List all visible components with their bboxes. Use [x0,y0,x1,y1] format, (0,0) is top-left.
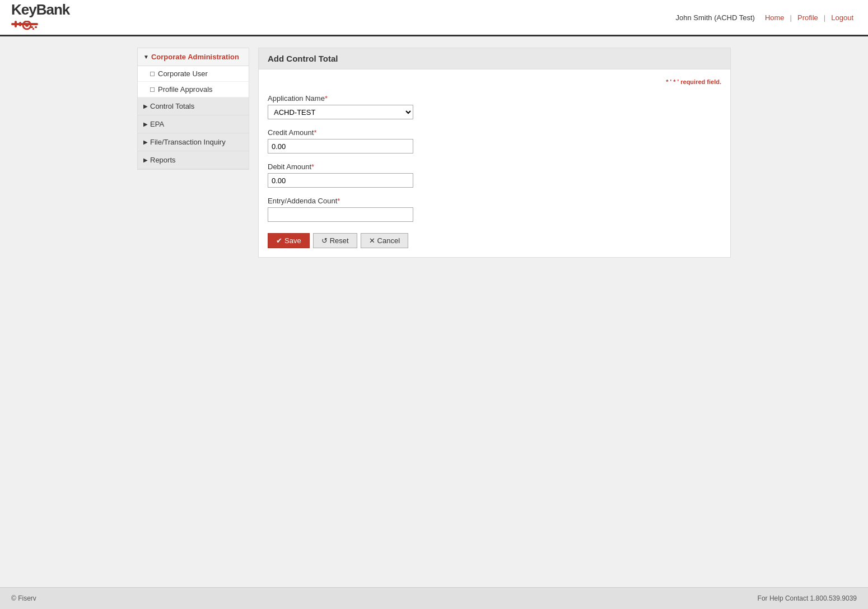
save-button[interactable]: ✔ Save [268,233,310,248]
keybank-key-icon [11,21,38,32]
profile-link[interactable]: Profile [794,12,822,23]
expand-arrow-icon: ▶ [143,139,148,145]
control-totals-header[interactable]: ▶ Control Totals [138,97,249,115]
file-transaction-header[interactable]: ▶ File/Transaction Inquiry [138,133,249,151]
sidebar-sub-items: Corporate User Profile Approvals [138,66,249,97]
bullet-icon [150,72,155,76]
debit-amount-group: Debit Amount* [268,162,721,188]
sidebar: ▼ Corporate Administration Corporate Use… [137,48,249,170]
bullet-icon [150,87,155,92]
reset-icon: ↺ [321,236,328,245]
debit-amount-input[interactable] [268,173,413,188]
expand-arrow-icon: ▶ [143,157,148,163]
sidebar-item-corporate-user[interactable]: Corporate User [138,66,249,82]
logo-icon [11,21,69,34]
application-name-select[interactable]: ACHD-TEST [268,105,413,119]
svg-rect-6 [32,28,34,30]
control-totals-label: Control Totals [150,102,194,110]
entry-addenda-count-group: Entry/Addenda Count* [268,197,721,222]
application-name-label: Application Name* [268,94,721,103]
save-icon: ✔ [276,236,282,245]
profile-approvals-label: Profile Approvals [158,85,213,94]
corporate-user-label: Corporate User [158,69,208,78]
entry-addenda-count-label: Entry/Addenda Count* [268,197,721,205]
home-link[interactable]: Home [762,12,788,23]
epa-header[interactable]: ▶ EPA [138,115,249,133]
sidebar-item-profile-approvals[interactable]: Profile Approvals [138,82,249,97]
epa-label: EPA [150,120,164,128]
reports-header[interactable]: ▶ Reports [138,151,249,169]
corporate-admin-label: Corporate Administration [151,53,239,61]
credit-amount-group: Credit Amount* [268,128,721,154]
collapse-arrow-icon: ▼ [143,54,149,60]
sidebar-section-corporate-admin[interactable]: ▼ Corporate Administration [138,48,249,66]
reports-label: Reports [150,156,176,164]
svg-rect-7 [35,26,37,28]
debit-amount-label: Debit Amount* [268,162,721,171]
required-note: * ' * ' required field. [268,78,721,85]
sidebar-group-file-transaction: ▶ File/Transaction Inquiry [138,133,249,151]
logo-text: KeyBank [11,1,69,18]
help-text: For Help Contact 1.800.539.9039 [758,594,857,602]
svg-rect-1 [15,21,17,27]
sidebar-group-epa: ▶ EPA [138,115,249,133]
application-name-group: Application Name* ACHD-TEST [268,94,721,119]
content-header: Add Control Total [259,48,730,69]
page-title: Add Control Total [268,54,338,63]
footer: © Fiserv For Help Contact 1.800.539.9039 [0,587,868,609]
cancel-icon: ✕ [369,236,375,245]
logout-link[interactable]: Logout [828,12,857,23]
credit-amount-label: Credit Amount* [268,128,721,137]
svg-rect-2 [19,22,21,26]
sidebar-group-reports: ▶ Reports [138,151,249,169]
entry-addenda-count-input[interactable] [268,207,413,222]
expand-arrow-icon: ▶ [143,121,148,127]
credit-amount-input[interactable] [268,139,413,154]
header: KeyBank John Smith (ACHD Test) Home | [0,0,868,36]
svg-point-4 [25,24,29,27]
user-info: John Smith (ACHD Test) [676,13,755,22]
copyright-text: © Fiserv [11,594,36,602]
nav-links: John Smith (ACHD Test) Home | Profile | … [676,12,857,23]
file-transaction-label: File/Transaction Inquiry [150,138,226,146]
expand-arrow-icon: ▶ [143,103,148,109]
sidebar-group-control-totals: ▶ Control Totals [138,97,249,115]
content-area: Add Control Total * ' * ' required field… [258,48,731,258]
button-row: ✔ Save ↺ Reset ✕ Cancel [268,233,721,248]
content-body: * ' * ' required field. Application Name… [259,69,730,257]
reset-button[interactable]: ↺ Reset [313,233,357,248]
logo-area: KeyBank [11,1,69,34]
svg-rect-5 [30,26,33,28]
main-container: ▼ Corporate Administration Corporate Use… [126,36,742,269]
cancel-button[interactable]: ✕ Cancel [361,233,408,248]
